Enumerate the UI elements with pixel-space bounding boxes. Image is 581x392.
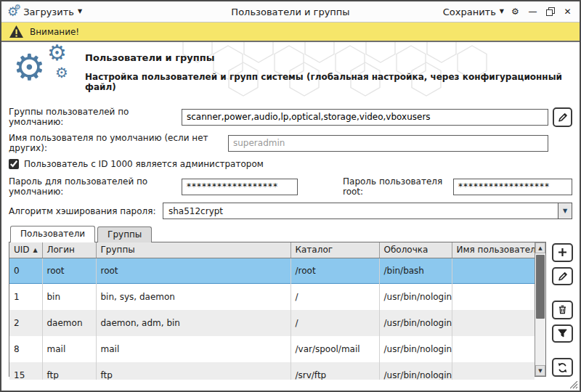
root-password-label: Пароль пользователя root:	[343, 176, 446, 197]
cell-fullname[interactable]	[452, 336, 535, 362]
cell-login[interactable]: mail	[42, 336, 96, 362]
tab-bar: Пользователи Группы	[1, 225, 580, 242]
hash-algorithm-row: Алгоритм хэширования пароля: sha512crypt…	[1, 203, 580, 219]
table-row[interactable]: 1 bin bin, sys, daemon / /usr/bin/nologi…	[9, 284, 535, 310]
table-row[interactable]: 2 daemon daemon, adm, bin / /usr/bin/nol…	[9, 310, 535, 336]
cell-groups[interactable]: daemon, adm, bin	[96, 310, 290, 336]
column-header-fullname[interactable]: Имя пользователя	[452, 242, 535, 258]
cell-directory[interactable]: /	[290, 310, 379, 336]
save-label: Сохранить	[443, 7, 496, 17]
column-header-login[interactable]: Логин	[42, 242, 96, 258]
page-subtitle: Настройка пользователей и групп системы …	[85, 72, 572, 92]
cell-fullname[interactable]	[452, 310, 535, 336]
hash-algorithm-select[interactable]: sha512crypt ▼	[163, 203, 572, 219]
cell-directory[interactable]: /root	[290, 258, 379, 284]
refresh-icon	[557, 362, 568, 373]
titlebar-left: ⚙⚙ Загрузить ▼	[7, 6, 145, 18]
cell-shell[interactable]: /bin/bash	[379, 258, 452, 284]
table-row[interactable]: 8 mail mail /var/spool/mail /usr/bin/nol…	[9, 336, 535, 362]
table-area: UID▲ Логин Группы Каталог Оболочка Имя п…	[1, 242, 580, 380]
button-group-gap	[552, 348, 574, 353]
root-password-input[interactable]	[453, 179, 572, 195]
title-bar: ⚙⚙ Загрузить ▼ Пользователи и группы Сох…	[1, 1, 580, 23]
refresh-button[interactable]	[552, 358, 573, 377]
cell-groups[interactable]: mail	[96, 336, 290, 362]
table-row[interactable]: 0 root root /root /bin/bash	[9, 258, 535, 284]
settings-gear-button[interactable]: ⚙	[509, 6, 521, 17]
cell-groups[interactable]: root	[96, 258, 290, 284]
warning-bar: Внимание!	[1, 23, 580, 42]
default-password-input[interactable]	[182, 179, 298, 195]
passwords-row: Пароль для пользователей по умолчанию: П…	[1, 176, 580, 197]
hash-algorithm-value: sha512crypt	[163, 206, 558, 216]
default-username-input[interactable]	[228, 135, 548, 152]
column-header-groups[interactable]: Группы	[96, 242, 290, 258]
save-menu-button[interactable]: Сохранить ▼	[443, 7, 504, 17]
edit-user-button[interactable]	[552, 267, 573, 286]
header-text: Пользователи и группы Настройка пользова…	[85, 52, 572, 92]
cell-directory[interactable]: /	[290, 284, 379, 310]
users-table-container: UID▲ Логин Группы Каталог Оболочка Имя п…	[9, 242, 546, 377]
load-label: Загрузить	[23, 7, 74, 17]
button-group-gap	[552, 290, 574, 295]
sort-asc-icon: ▲	[33, 247, 38, 253]
cell-login[interactable]: root	[42, 258, 96, 284]
minimize-button[interactable]: —	[527, 6, 539, 17]
scroll-down-button[interactable]: ▼	[535, 365, 545, 376]
chevron-down-icon: ▼	[78, 9, 82, 15]
column-header-shell[interactable]: Оболочка	[379, 242, 452, 258]
vertical-scrollbar[interactable]: ▲ ▼	[535, 242, 545, 376]
scroll-up-button[interactable]: ▲	[535, 242, 545, 253]
default-username-label: Имя пользователя по умолчанию (если нет …	[9, 133, 228, 153]
warning-triangle-icon	[9, 25, 24, 38]
default-groups-label: Группы пользователей по умолчанию:	[9, 107, 182, 127]
tab-users[interactable]: Пользователи	[10, 226, 95, 242]
column-header-uid[interactable]: UID▲	[9, 242, 42, 258]
cell-fullname[interactable]	[452, 258, 535, 284]
cell-uid[interactable]: 8	[9, 336, 42, 362]
cell-directory[interactable]: /var/spool/mail	[290, 336, 379, 362]
cell-uid[interactable]: 1	[9, 284, 42, 310]
cell-groups[interactable]: bin, sys, daemon	[96, 284, 290, 310]
scrollbar-thumb[interactable]	[536, 255, 545, 319]
users-groups-gears-icon: ⚙ ⚙ ⚙	[13, 46, 82, 99]
users-table: UID▲ Логин Группы Каталог Оболочка Имя п…	[9, 242, 535, 388]
cell-login[interactable]: bin	[42, 284, 96, 310]
page-title: Пользователи и группы	[85, 52, 572, 63]
close-button[interactable]: ✕	[561, 6, 574, 17]
cell-shell[interactable]: /usr/bin/nologin	[379, 310, 452, 336]
trash-icon	[557, 304, 568, 315]
cell-fullname[interactable]	[452, 284, 535, 310]
titlebar-right: Сохранить ▼ ⚙ — ✕	[436, 6, 574, 17]
load-menu-button[interactable]: Загрузить ▼	[23, 7, 82, 17]
default-groups-input[interactable]	[182, 109, 548, 126]
default-password-label: Пароль для пользователей по умолчанию:	[9, 176, 182, 197]
app-window: ⚙⚙ Загрузить ▼ Пользователи и группы Сох…	[0, 0, 581, 392]
edit-groups-button[interactable]	[553, 107, 572, 127]
gear-icon: ⚙	[511, 7, 519, 16]
admin-checkbox-row: Пользователь с ID 1000 является админист…	[1, 159, 580, 169]
cell-shell[interactable]: /usr/bin/nologin	[379, 336, 452, 362]
maximize-button[interactable]	[544, 6, 556, 17]
column-header-directory[interactable]: Каталог	[290, 242, 379, 258]
scroll-up-icon: ▲	[538, 245, 542, 251]
close-icon: ✕	[564, 7, 571, 16]
tab-groups[interactable]: Группы	[97, 226, 152, 242]
cell-uid[interactable]: 2	[9, 310, 42, 336]
add-user-button[interactable]	[552, 243, 573, 262]
scroll-down-icon: ▼	[538, 368, 542, 374]
cell-login[interactable]: daemon	[42, 310, 96, 336]
cell-shell[interactable]: /usr/bin/nologin	[379, 284, 452, 310]
cell-uid[interactable]: 0	[9, 258, 42, 284]
users-table-scroll: UID▲ Логин Группы Каталог Оболочка Имя п…	[9, 242, 535, 376]
admin-checkbox-label: Пользователь с ID 1000 является админист…	[24, 159, 264, 169]
resize-grip[interactable]	[570, 381, 578, 389]
window-title: Пользователи и группы	[145, 7, 436, 17]
delete-user-button[interactable]	[552, 301, 573, 319]
filter-users-button[interactable]	[552, 324, 573, 343]
scrollbar-track[interactable]	[535, 320, 545, 365]
admin-id1000-checkbox[interactable]	[9, 159, 19, 169]
pencil-icon	[557, 112, 568, 123]
warning-text: Внимание!	[30, 27, 79, 37]
users-table-header: UID▲ Логин Группы Каталог Оболочка Имя п…	[9, 242, 535, 258]
